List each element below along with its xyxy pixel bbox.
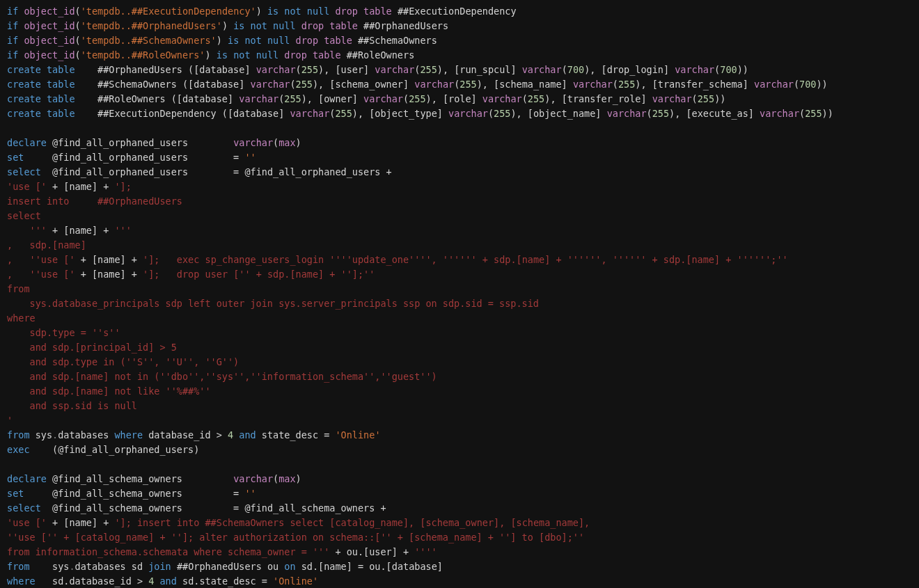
code-line[interactable]: and sdp.type in (''S'', ''U'', ''G'') xyxy=(7,356,239,367)
code-token: if xyxy=(7,49,24,61)
code-token: ##ExecutionDependency xyxy=(392,6,517,17)
code-line[interactable]: select xyxy=(7,210,41,221)
code-line[interactable]: ''use ['' + [catalog_name] + '']; alter … xyxy=(7,532,584,543)
code-token: ), [role] xyxy=(426,93,482,104)
code-line[interactable]: if object_id('tempdb..##SchemaOwners') i… xyxy=(7,35,437,46)
code-token: ##SchemaOwners xyxy=(352,35,437,46)
code-line[interactable]: set @find_all_schema_owners = '' xyxy=(7,488,256,499)
code-token: create table xyxy=(7,79,75,90)
code-token: on xyxy=(284,561,295,572)
code-line[interactable]: where sd.database_id > 4 and sd.state_de… xyxy=(7,575,318,587)
code-line[interactable]: and sdp.[name] not like ''%##%'' xyxy=(7,386,211,397)
code-token: drop table xyxy=(284,49,340,61)
code-token: varchar xyxy=(607,108,647,119)
code-line[interactable]: from xyxy=(7,283,30,294)
code-token: and sdp.[principal_id] > 5 xyxy=(7,342,177,353)
code-line[interactable]: from sys.databases where database_id > 4… xyxy=(7,429,381,440)
code-line[interactable]: sys.database_principals sdp left outer j… xyxy=(7,298,539,309)
code-line[interactable]: and sdp.[name] not in (''dbo'',''sys'','… xyxy=(7,371,437,382)
code-token: from xyxy=(7,429,30,440)
code-token: 255 xyxy=(618,79,635,90)
code-line[interactable]: create table ##SchemaOwners ([database] … xyxy=(7,79,828,90)
code-token: ##ExecutionDependency ([database] xyxy=(75,108,290,119)
code-token: from information_schema.schemata where s… xyxy=(7,546,329,557)
code-token: declare xyxy=(7,137,47,148)
code-line[interactable]: if object_id('tempdb..##OrphanedUsers') … xyxy=(7,20,448,31)
code-token: ), [execute_as] xyxy=(669,108,760,119)
code-line[interactable]: and sdp.[principal_id] > 5 xyxy=(7,342,177,353)
code-token: varchar xyxy=(256,64,296,75)
code-token: where xyxy=(114,429,143,440)
code-token: if xyxy=(7,6,24,17)
code-token: ( xyxy=(75,35,81,46)
code-line[interactable]: , ''use [' + [name] + ']; drop user ['' … xyxy=(7,269,375,280)
code-token: and ssp.sid is null xyxy=(7,400,137,411)
code-token: sdp.type = ''s'' xyxy=(7,327,120,338)
code-token: 255 xyxy=(652,108,669,119)
code-token: varchar xyxy=(448,108,488,119)
code-line[interactable]: select @find_all_schema_owners = @find_a… xyxy=(7,502,386,514)
code-token: + [name] + xyxy=(75,269,143,280)
code-token: max xyxy=(278,473,295,484)
code-token: )) xyxy=(816,79,827,90)
code-line[interactable]: create table ##RoleOwners ([database] va… xyxy=(7,93,725,104)
code-token: ) xyxy=(296,473,301,484)
code-line[interactable]: sdp.type = ''s'' xyxy=(7,327,120,338)
code-token: create table xyxy=(7,93,75,104)
code-token: + [name] + xyxy=(47,225,115,236)
code-token: object_id xyxy=(24,6,74,17)
code-token: varchar xyxy=(675,64,714,75)
code-line[interactable]: insert into ##OrphanedUsers xyxy=(7,196,182,207)
code-token: + [name] + xyxy=(47,181,115,192)
code-line[interactable]: 'use [' + [name] + ']; insert into ##Sch… xyxy=(7,517,590,528)
code-line[interactable]: from sys.databases sd join ##OrphanedUse… xyxy=(7,561,443,572)
code-token: 255 xyxy=(460,79,476,90)
code-token: ( xyxy=(613,79,618,90)
code-token: ##OrphanedUsers ou xyxy=(171,561,285,572)
code-token: + ou.[user] + xyxy=(329,546,414,557)
code-token: ), [schema_name] xyxy=(477,79,573,90)
code-line[interactable]: exec (@find_all_orphaned_users) xyxy=(7,444,199,455)
code-token: ''' xyxy=(7,225,47,236)
code-line[interactable]: if object_id('tempdb..##RoleOwners') is … xyxy=(7,49,414,61)
code-line[interactable]: create table ##OrphanedUsers ([database]… xyxy=(7,64,748,75)
code-token: if xyxy=(7,35,24,46)
code-token: ( xyxy=(75,6,81,17)
code-line[interactable]: from information_schema.schemata where s… xyxy=(7,546,437,557)
code-line[interactable]: and ssp.sid is null xyxy=(7,400,137,411)
code-token: varchar xyxy=(290,108,329,119)
code-token: ), [drop_login] xyxy=(584,64,675,75)
code-token: 255 xyxy=(296,79,313,90)
code-line[interactable]: declare @find_all_orphaned_users varchar… xyxy=(7,137,301,148)
code-line[interactable]: set @find_all_orphaned_users = '' xyxy=(7,152,256,163)
code-token: and sdp.[name] not in (''dbo'',''sys'','… xyxy=(7,371,437,382)
code-line[interactable]: ''' + [name] + ''' xyxy=(7,225,132,236)
code-token: ), [user] xyxy=(318,64,375,75)
code-token: ), [schema_owner] xyxy=(313,79,414,90)
code-token: join xyxy=(148,561,171,572)
code-token: ' xyxy=(7,415,13,426)
sql-code-editor[interactable]: if object_id('tempdb..##ExecutionDepende… xyxy=(0,0,919,588)
code-token: is not null xyxy=(233,20,301,31)
code-token: ) xyxy=(217,35,228,46)
code-token: 255 xyxy=(528,93,544,104)
code-line[interactable]: declare @find_all_schema_owners varchar(… xyxy=(7,473,301,484)
code-line[interactable]: select @find_all_orphaned_users = @find_… xyxy=(7,166,392,177)
code-token: varchar xyxy=(754,79,794,90)
code-token: @find_all_schema_owners = xyxy=(24,488,244,499)
code-line[interactable]: ' xyxy=(7,415,13,426)
code-line[interactable]: if object_id('tempdb..##ExecutionDepende… xyxy=(7,6,517,17)
code-line[interactable]: 'use [' + [name] + ']; xyxy=(7,181,132,192)
code-line[interactable]: , ''use [' + [name] + ']; exec sp_change… xyxy=(7,254,788,265)
code-line[interactable] xyxy=(7,122,13,134)
code-token: 'use [' xyxy=(7,517,47,528)
code-line[interactable]: create table ##ExecutionDependency ([dat… xyxy=(7,108,833,119)
code-line[interactable]: where xyxy=(7,312,36,324)
code-line[interactable]: , sdp.[name] xyxy=(7,239,86,251)
code-token: 255 xyxy=(335,108,352,119)
code-token: ( xyxy=(794,79,799,90)
code-token: ) xyxy=(222,20,233,31)
code-token: . xyxy=(69,561,74,572)
code-line[interactable] xyxy=(7,459,13,470)
code-token: and sdp.[name] not like ''%##%'' xyxy=(7,386,211,397)
